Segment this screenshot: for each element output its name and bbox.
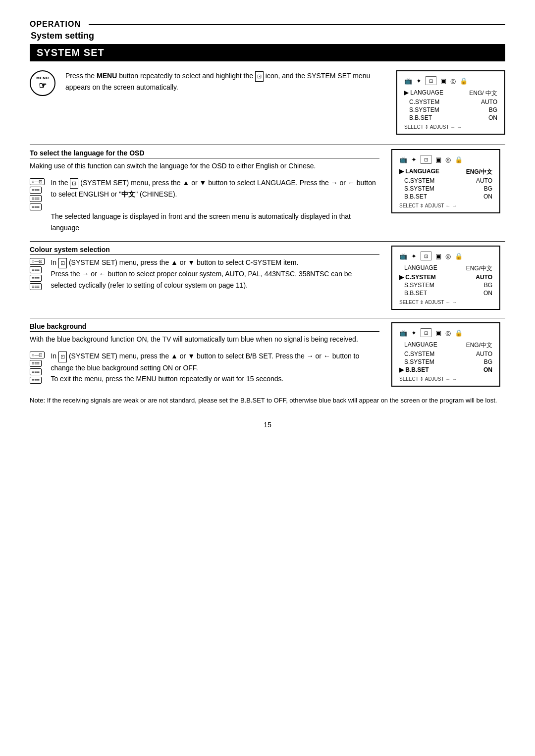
- colour-remote-icon-3: ≡≡≡: [30, 275, 42, 282]
- panel-row-bbset-3: B.B.SET ON: [399, 290, 492, 297]
- panel-row-ssystem-2: S.SYSTEM BG: [399, 185, 492, 192]
- panel-box-3: 📺 ✦ ⊡ ▣ ◎ 🔒 LANGUAGE ENG/中文 ▶ C.SYSTEM A…: [391, 246, 500, 310]
- panel-row-csystem-4: C.SYSTEM AUTO: [399, 351, 492, 357]
- panel-select-row-4: SELECT ⇕ ADJUST ← →: [399, 376, 492, 382]
- side-icon-item-4: ≡≡≡: [30, 203, 45, 210]
- sys-icon-blue-bg: ⊡: [58, 352, 67, 362]
- panel-row-ssystem-1: S.SYSTEM BG: [404, 106, 497, 113]
- p3-icon-star: ✦: [411, 252, 417, 260]
- page-number: 15: [30, 421, 505, 429]
- colour-sub-text: In ⊡ (SYSTEM SET) menu, press the ▲ or ▼…: [51, 257, 379, 291]
- blue-bg-heading: Blue background: [30, 322, 379, 332]
- p3-icon-tv: 📺: [399, 252, 407, 260]
- panel-icon-sys: ⊡: [426, 76, 436, 85]
- p4-icon-sys: ⊡: [421, 328, 431, 337]
- panel-box-2: 📺 ✦ ⊡ ▣ ◎ 🔒 ▶ LANGUAGE ENG/中文 C.SYSTEM A…: [391, 149, 500, 213]
- menu-icon-label: MENU: [36, 76, 49, 80]
- panel-box-1: 📺 ✦ ⊡ ▣ ◎ 🔒 ▶ LANGUAGE ENG/ 中文 C.SYSTEM …: [396, 70, 505, 135]
- remote-icon-2: ≡≡≡: [30, 187, 42, 194]
- osd-section-left: To select the language for the OSD Makin…: [30, 149, 379, 233]
- colour-remote-icon-1: ○—⊡: [30, 258, 45, 265]
- p4-icon-lock: 🔒: [455, 329, 463, 337]
- note-text: Note: If the receiving signals are weak …: [30, 396, 505, 406]
- panel-row-bbset-2: B.B.SET ON: [399, 193, 492, 200]
- panel-box-4: 📺 ✦ ⊡ ▣ ◎ 🔒 LANGUAGE ENG/中文 C.SYSTEM AUT…: [391, 322, 500, 387]
- menu-icon: MENU ☞: [30, 70, 55, 96]
- panel-row-language-1: ▶ LANGUAGE ENG/ 中文: [404, 89, 497, 98]
- panel-row-ssystem-4: S.SYSTEM BG: [399, 358, 492, 365]
- p3-icon-grid: ▣: [435, 252, 441, 260]
- osd-panel-right: 📺 ✦ ⊡ ▣ ◎ 🔒 ▶ LANGUAGE ENG/中文 C.SYSTEM A…: [391, 149, 505, 233]
- p3-icon-clock: ◎: [445, 252, 451, 260]
- panel-icon-clock: ◎: [450, 77, 456, 85]
- bluebg-icon-item-3: ≡≡≡: [30, 368, 45, 375]
- side-icon-item-2: ≡≡≡: [30, 187, 45, 194]
- colour-remote-icon-4: ≡≡≡: [30, 283, 42, 290]
- blue-bg-divider: [30, 318, 505, 318]
- sys-icon-colour: ⊡: [58, 258, 67, 269]
- blue-bg-section-row: Blue background With the blue background…: [30, 322, 505, 387]
- colour-remote-icon-2: ≡≡≡: [30, 266, 42, 273]
- blue-bg-section-left: Blue background With the blue background…: [30, 322, 379, 387]
- hand-symbol: ☞: [39, 80, 47, 91]
- panel-icon-star: ✦: [416, 77, 422, 85]
- p2-icon-clock: ◎: [445, 156, 451, 163]
- panel-row-bbset-4: ▶ B.B.SET ON: [399, 366, 492, 373]
- panel-row-language-4: LANGUAGE ENG/中文: [399, 341, 492, 350]
- side-icon-item-3: ≡≡≡: [30, 195, 45, 202]
- panel-select-row-1: SELECT ⇕ ADJUST ← →: [404, 124, 497, 130]
- remote-icon-1: ○—⊡: [30, 178, 45, 185]
- colour-icon-item-1: ○—⊡: [30, 258, 45, 265]
- operation-title: OPERATION: [30, 20, 81, 29]
- operation-divider: [89, 24, 505, 25]
- panel-row-csystem-2: C.SYSTEM AUTO: [399, 177, 492, 184]
- operation-header: OPERATION: [30, 20, 505, 29]
- panel-row-ssystem-3: S.SYSTEM BG: [399, 282, 492, 289]
- osd-section-heading: To select the language for the OSD: [30, 149, 379, 158]
- colour-side-icons: ○—⊡ ≡≡≡ ≡≡≡ ≡≡≡: [30, 258, 45, 291]
- osd-instruction-row: ○—⊡ ≡≡≡ ≡≡≡ ≡≡≡ In the ⊡ (SYSTEM SET) me…: [30, 177, 379, 233]
- panel-row-csystem-3: ▶ C.SYSTEM AUTO: [399, 274, 492, 281]
- osd-sub-text: In the ⊡ (SYSTEM SET) menu, press the ▲ …: [51, 177, 379, 233]
- p2-icon-tv: 📺: [399, 156, 407, 163]
- bluebg-remote-icon-4: ≡≡≡: [30, 377, 42, 384]
- bluebg-remote-icon-3: ≡≡≡: [30, 368, 42, 375]
- blue-bg-body: With the blue background function ON, th…: [30, 334, 379, 345]
- remote-icon-3: ≡≡≡: [30, 195, 42, 202]
- blue-bg-sub-text: In ⊡ (SYSTEM SET) menu, press the ▲ or ▼…: [51, 351, 379, 384]
- panel-row-csystem-1: C.SYSTEM AUTO: [404, 99, 497, 105]
- remote-icon-4: ≡≡≡: [30, 203, 42, 210]
- panel-icons-row-3: 📺 ✦ ⊡ ▣ ◎ 🔒: [399, 252, 492, 260]
- bluebg-icon-item-1: ○—⊡: [30, 352, 45, 358]
- colour-icon-item-3: ≡≡≡: [30, 275, 45, 282]
- bluebg-icon-item-2: ≡≡≡: [30, 360, 45, 367]
- bluebg-remote-icon-2: ≡≡≡: [30, 360, 42, 367]
- p2-icon-star: ✦: [411, 156, 417, 163]
- colour-section-heading: Colour system selection: [30, 246, 379, 255]
- panel-select-row-3: SELECT ⇕ ADJUST ← →: [399, 300, 492, 305]
- system-set-bar: SYSTEM SET: [30, 44, 505, 61]
- osd-section-row: To select the language for the OSD Makin…: [30, 149, 505, 233]
- side-icon-item-1: ○—⊡: [30, 178, 45, 185]
- p4-icon-tv: 📺: [399, 329, 407, 337]
- panel-select-row-2: SELECT ⇕ ADJUST ← →: [399, 203, 492, 208]
- panel-icon-grid: ▣: [440, 77, 446, 85]
- p4-icon-grid: ▣: [435, 329, 441, 337]
- colour-divider: [30, 241, 505, 242]
- blue-bg-instruction-row: ○—⊡ ≡≡≡ ≡≡≡ ≡≡≡ In ⊡ (SYSTEM SET) menu, …: [30, 351, 379, 384]
- bluebg-remote-icon-1: ○—⊡: [30, 352, 45, 358]
- p2-icon-sys: ⊡: [421, 155, 431, 164]
- blue-bg-panel-right: 📺 ✦ ⊡ ▣ ◎ 🔒 LANGUAGE ENG/中文 C.SYSTEM AUT…: [391, 322, 505, 387]
- system-setting-subtitle: System setting: [31, 31, 505, 41]
- colour-panel-right: 📺 ✦ ⊡ ▣ ◎ 🔒 LANGUAGE ENG/中文 ▶ C.SYSTEM A…: [391, 246, 505, 310]
- panel-icon-lock: 🔒: [460, 77, 468, 85]
- osd-section-body: Making use of this function can switch t…: [30, 160, 379, 171]
- p2-icon-lock: 🔒: [455, 156, 463, 163]
- colour-icon-item-4: ≡≡≡: [30, 283, 45, 290]
- panel-row-language-3: LANGUAGE ENG/中文: [399, 264, 492, 273]
- system-icon-inline: ⊡: [255, 71, 264, 82]
- sys-icon-osd: ⊡: [70, 178, 78, 189]
- panel-icons-row-1: 📺 ✦ ⊡ ▣ ◎ 🔒: [404, 76, 497, 85]
- panel-row-language-2: ▶ LANGUAGE ENG/中文: [399, 168, 492, 176]
- intro-text: Press the MENU button repeatedly to sele…: [65, 70, 386, 93]
